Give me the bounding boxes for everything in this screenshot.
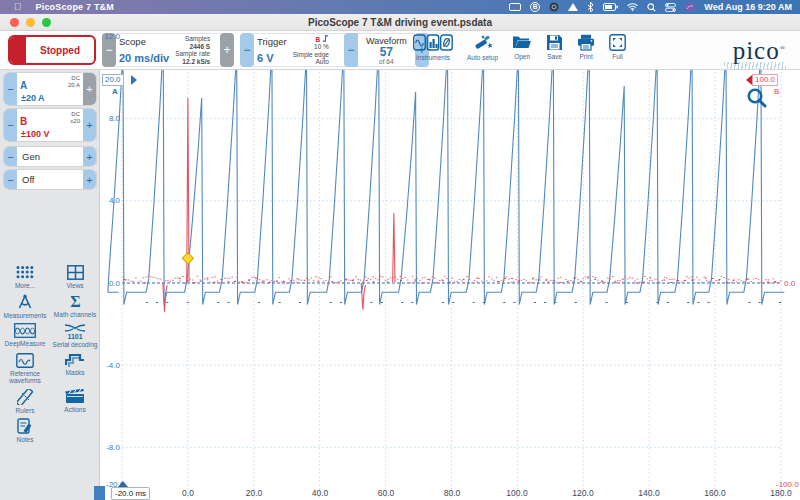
left-axis-tick: 12.0 xyxy=(100,32,120,41)
zoom-window-button[interactable] xyxy=(42,18,51,27)
x-axis-tick: 120.0 xyxy=(565,489,601,498)
right-axis-tick: 0.0 xyxy=(784,279,795,288)
sidebar-tool-measurements[interactable]: Measurements xyxy=(0,294,50,320)
sidebar-tool-views[interactable]: Views xyxy=(50,265,100,290)
views-icon xyxy=(67,265,84,280)
spotlight-icon[interactable] xyxy=(647,3,656,12)
timebase-value: 20 ms/div xyxy=(119,52,169,64)
channel-a-increase-button[interactable]: + xyxy=(83,73,96,105)
menubar-clock[interactable]: Wed Aug 16 9:20 AM xyxy=(704,2,792,12)
generator-increase-button[interactable]: + xyxy=(83,147,96,166)
bitwarden-icon[interactable]: B xyxy=(530,2,540,12)
sidebar-tool-notes[interactable]: Notes xyxy=(0,418,50,444)
left-axis-tick: 4.0 xyxy=(100,196,120,205)
apple-menu-icon[interactable]:  xyxy=(14,1,22,13)
control-center-icon[interactable] xyxy=(665,3,676,12)
toolbar-button-label: Open xyxy=(514,53,530,60)
print-button[interactable]: Print xyxy=(577,34,595,60)
channel-b-name: B xyxy=(20,116,27,127)
left-axis-top-label[interactable]: 20.0 xyxy=(102,74,124,86)
waveform-label: Waveform xyxy=(366,36,407,46)
waveform-card[interactable]: Waveform 57 of 64 xyxy=(358,33,415,67)
run-stop-button[interactable]: Stopped xyxy=(8,35,96,65)
minimize-window-button[interactable] xyxy=(26,18,35,27)
waveform-index: 57 xyxy=(380,46,393,58)
channel-a-panel[interactable]: − A DC 20 A ±20 A + xyxy=(3,72,97,106)
generator-panel[interactable]: − Gen + xyxy=(3,146,97,167)
instruments-button[interactable]: Instruments xyxy=(413,34,453,61)
waveform-previous-button[interactable]: − xyxy=(344,33,358,67)
instruments-icon xyxy=(413,34,453,52)
full-button[interactable]: Full xyxy=(609,34,626,60)
screen-mirroring-icon[interactable] xyxy=(509,3,521,12)
right-axis-unit: B xyxy=(774,87,779,96)
sidebar-tool-masks[interactable]: Masks xyxy=(50,353,100,385)
save-button[interactable]: Save xyxy=(546,34,563,60)
channel-a-name: A xyxy=(20,80,27,91)
axis-corner-handle[interactable] xyxy=(94,486,105,500)
sidebar-tool-reference-waveforms[interactable]: Reference waveforms xyxy=(0,353,50,385)
off-increase-button[interactable]: + xyxy=(83,170,96,189)
serial-decoding-icon: 1101 xyxy=(64,323,86,339)
sidebar-tool-label: Notes xyxy=(17,436,34,444)
channel-a-meta: DC 20 A xyxy=(68,75,80,89)
trigger-marker[interactable] xyxy=(182,253,193,264)
sidebar-tool-deepmeasure[interactable]: DeepMeasure xyxy=(0,323,50,349)
trigger-settings-group: − Trigger 6 V B 10 % Simple edge Auto + xyxy=(240,33,360,67)
menubar-app-name[interactable]: PicoScope 7 T&M xyxy=(36,2,115,12)
svg-text:Σ: Σ xyxy=(70,294,80,309)
toolbar-button-label: Print xyxy=(579,53,592,60)
channel-b-decrease-button[interactable]: − xyxy=(4,109,17,141)
traffic-lights xyxy=(10,18,51,27)
bluetooth-icon[interactable] xyxy=(587,2,594,12)
generator-label: Gen xyxy=(17,151,83,162)
channel-a-range: ±20 A xyxy=(21,93,45,103)
x-axis-tick: 20.0 xyxy=(236,489,272,498)
channel-b-dip xyxy=(163,283,167,312)
sidebar-tool-actions[interactable]: Actions xyxy=(50,389,100,415)
off-channel-panel[interactable]: − Off + xyxy=(3,169,97,190)
zoom-tool-icon[interactable] xyxy=(744,86,770,112)
toolbar-button-label: Save xyxy=(547,53,562,60)
user-avatar-icon[interactable] xyxy=(685,2,695,12)
channel-b-panel[interactable]: − B DC x20 ±100 V + xyxy=(3,108,97,142)
keynote-icon[interactable] xyxy=(568,3,578,12)
sidebar-tool-more[interactable]: More... xyxy=(0,265,50,290)
right-axis-top-label[interactable]: 100.0 xyxy=(752,74,778,86)
picoscope-window:  PicoScope 7 T&M B Wed Aug 16 9:20 AM P… xyxy=(0,0,800,500)
x-axis-tick: 40.0 xyxy=(302,489,338,498)
waveform-chart[interactable]: 16.012.08.04.00.0-4.0-8.0-12.0-16.0-20.0… xyxy=(100,70,800,500)
svg-text:1101: 1101 xyxy=(67,333,82,340)
trigger-source: B xyxy=(315,36,320,43)
x-axis-tick: 140.0 xyxy=(631,489,667,498)
channel-a-decrease-button[interactable]: − xyxy=(4,73,17,105)
x-axis-tick: 80.0 xyxy=(434,489,470,498)
off-decrease-button[interactable]: − xyxy=(4,170,17,189)
waveform-plot[interactable] xyxy=(100,70,800,500)
timebase-increase-button[interactable]: + xyxy=(220,33,234,67)
sidebar-tool-rulers[interactable]: Rulers xyxy=(0,389,50,415)
trigger-decrease-button[interactable]: − xyxy=(240,33,254,67)
battery-icon[interactable] xyxy=(603,3,618,11)
app-circle-icon[interactable] xyxy=(549,2,559,12)
auto-setup-button[interactable]: Auto setup xyxy=(467,34,498,61)
left-axis-unit: A xyxy=(112,87,118,96)
generator-decrease-button[interactable]: − xyxy=(4,147,17,166)
run-stop-label: Stopped xyxy=(26,37,94,63)
channel-a-axis-marker[interactable] xyxy=(131,75,137,85)
sidebar-tool-label: Math channels xyxy=(54,311,96,319)
open-button[interactable]: Open xyxy=(512,34,532,60)
x-axis-tick: 180.0 xyxy=(763,489,799,498)
actions-icon xyxy=(65,389,85,404)
rulers-icon xyxy=(17,389,33,405)
channel-a-trace[interactable] xyxy=(108,70,784,305)
channel-b-increase-button[interactable]: + xyxy=(83,109,96,141)
channel-b-meta: DC x20 xyxy=(70,111,80,125)
scope-settings-card[interactable]: Scope 20 ms/div Samples 2446 S Sample ra… xyxy=(116,33,220,67)
sidebar-tool-serial-decoding[interactable]: 1101Serial decoding xyxy=(50,323,100,349)
close-window-button[interactable] xyxy=(10,18,19,27)
toolbar-button-label: Auto setup xyxy=(467,54,498,61)
trigger-settings-card[interactable]: Trigger 6 V B 10 % Simple edge Auto xyxy=(254,33,346,67)
wifi-icon[interactable] xyxy=(627,3,638,11)
sidebar-tool-math-channels[interactable]: ΣMath channels xyxy=(50,294,100,320)
